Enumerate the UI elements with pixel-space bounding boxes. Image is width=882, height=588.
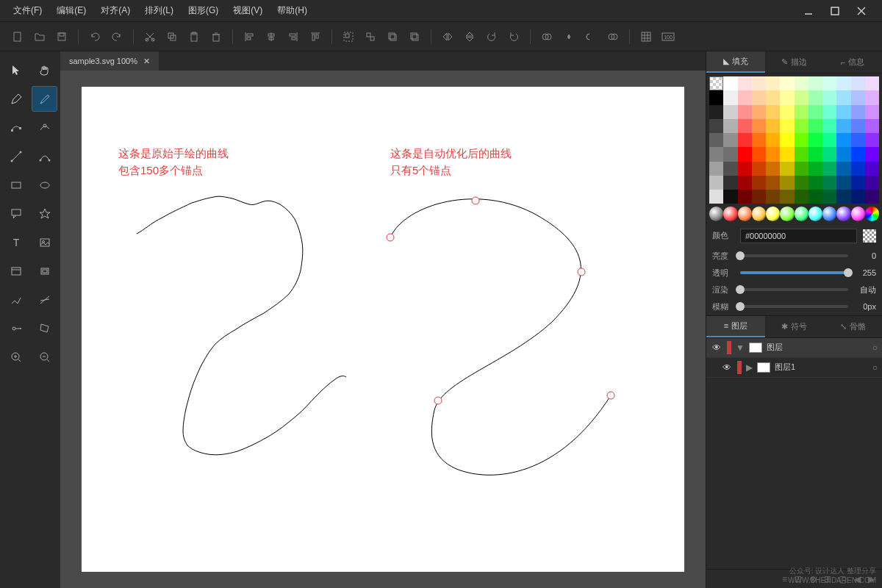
color-swatch[interactable]	[752, 119, 766, 133]
color-swatch[interactable]	[851, 119, 865, 133]
render-slider[interactable]	[740, 288, 848, 291]
color-swatch[interactable]	[836, 105, 850, 119]
color-swatch[interactable]	[836, 76, 850, 90]
color-swatch[interactable]	[795, 190, 808, 204]
hand-tool[interactable]	[32, 57, 57, 83]
color-swatch[interactable]	[780, 133, 794, 147]
color-swatch[interactable]	[808, 162, 822, 176]
minimize-button[interactable]	[803, 5, 814, 17]
color-swatch[interactable]	[808, 190, 822, 204]
color-swatch[interactable]	[865, 162, 879, 176]
color-swatch[interactable]	[808, 133, 822, 147]
rotate-right-button[interactable]	[503, 26, 524, 47]
flip-v-button[interactable]	[459, 26, 480, 47]
visibility-icon[interactable]: 👁	[711, 342, 723, 354]
mesh-tool[interactable]	[32, 287, 57, 312]
color-swatch[interactable]	[738, 147, 752, 161]
redo-button[interactable]	[107, 26, 127, 47]
save-button[interactable]	[51, 26, 72, 47]
color-swatch[interactable]	[795, 119, 808, 133]
color-swatch[interactable]	[709, 176, 723, 190]
color-swatch[interactable]	[865, 119, 879, 133]
crop-tool[interactable]	[32, 258, 57, 284]
image-tool[interactable]	[32, 229, 57, 255]
color-swatch[interactable]	[723, 133, 737, 147]
rect-tool[interactable]	[3, 172, 29, 198]
color-swatch[interactable]	[851, 133, 865, 147]
layer-options-icon[interactable]: ○	[872, 362, 878, 373]
menu-arrange[interactable]: 排列(L)	[139, 1, 179, 20]
open-file-button[interactable]	[29, 26, 50, 47]
color-swatch[interactable]	[766, 119, 780, 133]
ellipse-tool[interactable]	[32, 172, 57, 198]
zoom-100-button[interactable]: 100	[658, 26, 678, 47]
color-swatch[interactable]	[738, 76, 752, 90]
paste-button[interactable]	[184, 26, 204, 47]
grid-button[interactable]	[636, 26, 656, 47]
send-back-button[interactable]	[404, 26, 425, 47]
rotate-left-button[interactable]	[481, 26, 502, 47]
gradient-swatch[interactable]	[738, 207, 752, 220]
color-preview[interactable]	[863, 229, 876, 243]
color-swatch[interactable]	[780, 119, 794, 133]
color-swatch[interactable]	[738, 176, 752, 190]
align-right-button[interactable]	[283, 26, 304, 47]
color-swatch[interactable]	[709, 162, 723, 176]
color-swatch[interactable]	[836, 176, 850, 190]
tab-symbols[interactable]: ✱符号	[765, 316, 824, 337]
color-swatch[interactable]	[795, 176, 808, 190]
color-swatch[interactable]	[738, 162, 752, 176]
color-swatch[interactable]	[795, 147, 808, 161]
color-swatch[interactable]	[865, 76, 879, 90]
color-swatch[interactable]	[808, 76, 822, 90]
color-swatch[interactable]	[738, 119, 752, 133]
color-swatch[interactable]	[709, 76, 723, 90]
color-swatch[interactable]	[795, 105, 808, 119]
color-swatch[interactable]	[723, 176, 737, 190]
bring-front-button[interactable]	[382, 26, 403, 47]
color-swatch[interactable]	[766, 190, 780, 204]
close-button[interactable]	[856, 5, 867, 17]
menu-file[interactable]: 文件(F)	[7, 1, 48, 20]
color-swatch[interactable]	[808, 119, 822, 133]
layer-options-icon[interactable]: ○	[872, 343, 878, 353]
color-swatch[interactable]	[851, 90, 865, 104]
color-swatch[interactable]	[766, 76, 780, 90]
collapse-icon[interactable]: ▼	[736, 343, 745, 353]
color-swatch[interactable]	[851, 162, 865, 176]
color-swatch[interactable]	[836, 119, 850, 133]
canvas[interactable]: 这条是原始手绘的曲线 包含150多个锚点 这条是自动优化后的曲线 只有5个锚点	[82, 87, 684, 572]
cut-button[interactable]	[140, 26, 160, 47]
select-tool[interactable]	[3, 57, 29, 83]
line-tool[interactable]	[3, 143, 29, 169]
color-swatch[interactable]	[780, 90, 794, 104]
color-swatch[interactable]	[752, 90, 766, 104]
callout-tool[interactable]	[3, 201, 29, 226]
new-file-button[interactable]	[7, 26, 28, 47]
color-swatch[interactable]	[865, 190, 879, 204]
color-swatch[interactable]	[808, 176, 822, 190]
color-swatch[interactable]	[795, 133, 808, 147]
color-swatch[interactable]	[865, 147, 879, 161]
color-swatch[interactable]	[709, 147, 723, 161]
ungroup-button[interactable]	[360, 26, 381, 47]
pencil-tool[interactable]	[32, 86, 57, 112]
visibility-icon[interactable]: 👁	[721, 362, 733, 373]
color-swatch[interactable]	[808, 90, 822, 104]
color-swatch[interactable]	[723, 105, 737, 119]
color-swatch[interactable]	[752, 162, 766, 176]
color-swatch[interactable]	[780, 147, 794, 161]
color-hex-input[interactable]	[740, 229, 857, 243]
color-swatch[interactable]	[752, 76, 766, 90]
color-swatch[interactable]	[709, 133, 723, 147]
color-swatch[interactable]	[836, 133, 850, 147]
expand-icon[interactable]: ▶	[746, 362, 753, 373]
menu-view[interactable]: 视图(V)	[227, 1, 268, 20]
gradient-swatch[interactable]	[780, 207, 794, 220]
gradient-swatch[interactable]	[822, 207, 836, 220]
gradient-swatch[interactable]	[795, 207, 808, 220]
color-swatch[interactable]	[822, 190, 836, 204]
menu-help[interactable]: 帮助(H)	[271, 1, 313, 20]
lasso-tool[interactable]	[32, 315, 57, 341]
color-swatch[interactable]	[766, 90, 780, 104]
